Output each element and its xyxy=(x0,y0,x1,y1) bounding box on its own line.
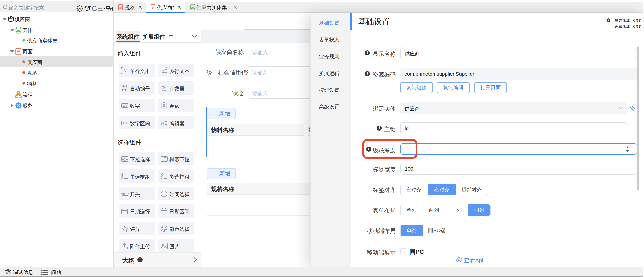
svg-text:En: En xyxy=(107,7,109,9)
svg-text:A: A xyxy=(161,121,164,126)
svg-text:A: A xyxy=(162,69,164,73)
svg-text:123: 123 xyxy=(123,104,127,107)
svg-text:AI: AI xyxy=(78,7,81,11)
svg-text:A: A xyxy=(123,69,126,73)
svg-text:1~3: 1~3 xyxy=(123,122,127,125)
